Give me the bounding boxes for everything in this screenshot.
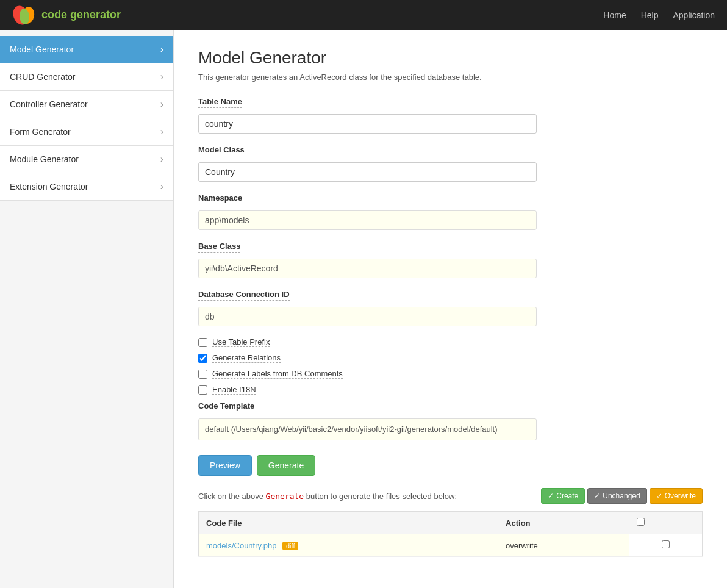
db-connection-label: Database Connection ID xyxy=(198,290,290,301)
nav-home[interactable]: Home xyxy=(603,10,626,20)
sidebar-item-extension-generator[interactable]: Extension Generator › xyxy=(0,173,173,201)
badge-overwrite: ✓ Overwrite xyxy=(650,488,703,504)
use-table-prefix-group: Use Table Prefix xyxy=(198,337,703,347)
status-prefix: Click on the above xyxy=(198,492,263,501)
file-link[interactable]: models/Country.php xyxy=(206,541,276,550)
model-class-group: Model Class xyxy=(198,145,703,182)
generate-button[interactable]: Generate xyxy=(257,455,315,476)
brand-text: code generator xyxy=(41,9,121,21)
sidebar-item-crud-generator[interactable]: CRUD Generator › xyxy=(0,63,173,91)
nav-help[interactable]: Help xyxy=(641,10,659,20)
sidebar-label-form-generator: Form Generator xyxy=(10,127,71,137)
badge-create: ✓ Create xyxy=(541,488,585,504)
row-checkbox-cell xyxy=(629,534,703,557)
preview-button[interactable]: Preview xyxy=(198,455,252,476)
page-title: Model Generator xyxy=(198,48,703,68)
sidebar-item-model-generator[interactable]: Model Generator › xyxy=(0,36,173,63)
table-name-group: Table Name xyxy=(198,96,703,134)
nav-links: Home Help Application xyxy=(603,10,715,20)
main-container: Model Generator › CRUD Generator › Contr… xyxy=(0,30,727,588)
generate-labels-checkbox[interactable] xyxy=(198,370,207,379)
table-name-label: Table Name xyxy=(198,97,242,108)
use-table-prefix-label[interactable]: Use Table Prefix xyxy=(212,337,270,347)
row-checkbox[interactable] xyxy=(662,540,670,548)
page-description: This generator generates an ActiveRecord… xyxy=(198,73,703,82)
model-class-label: Model Class xyxy=(198,145,245,156)
chevron-right-icon: › xyxy=(160,126,163,137)
status-text: Click on the above Generate button to ge… xyxy=(198,492,457,501)
sidebar-label-controller-generator: Controller Generator xyxy=(10,99,88,109)
namespace-group: Namespace xyxy=(198,193,703,230)
enable-i18n-group: Enable I18N xyxy=(198,385,703,395)
sidebar-item-form-generator[interactable]: Form Generator › xyxy=(0,118,173,146)
db-connection-input xyxy=(198,307,537,326)
sidebar-label-module-generator: Module Generator xyxy=(10,154,79,164)
col-header-action: Action xyxy=(498,512,629,534)
sidebar-item-module-generator[interactable]: Module Generator › xyxy=(0,146,173,173)
enable-i18n-label[interactable]: Enable I18N xyxy=(212,385,256,395)
checkmark-icon: ✓ xyxy=(548,492,554,500)
checkmark-icon: ✓ xyxy=(594,492,600,500)
sidebar: Model Generator › CRUD Generator › Contr… xyxy=(0,30,174,588)
action-buttons: Preview Generate xyxy=(198,455,703,476)
chevron-right-icon: › xyxy=(160,181,163,192)
generate-relations-group: Generate Relations xyxy=(198,353,703,363)
sidebar-label-model-generator: Model Generator xyxy=(10,45,74,54)
base-class-group: Base Class xyxy=(198,241,703,278)
model-class-input[interactable] xyxy=(198,162,537,182)
badge-unchanged: ✓ Unchanged xyxy=(587,488,646,504)
select-all-checkbox[interactable] xyxy=(637,518,645,526)
results-table: Code File Action models/Country.php diff… xyxy=(198,511,703,557)
sidebar-label-extension-generator: Extension Generator xyxy=(10,182,88,192)
diff-badge[interactable]: diff xyxy=(282,542,298,550)
status-badges: ✓ Create ✓ Unchanged ✓ Overwrite xyxy=(541,488,703,504)
status-keyword: Generate xyxy=(266,492,304,501)
code-template-group: Code Template default (/Users/qiang/Web/… xyxy=(198,401,703,440)
sidebar-label-crud-generator: CRUD Generator xyxy=(10,72,75,82)
action-cell: overwrite xyxy=(498,534,629,557)
namespace-input xyxy=(198,210,537,230)
checkmark-icon: ✓ xyxy=(656,492,662,500)
namespace-label: Namespace xyxy=(198,193,242,204)
brand: code generator xyxy=(12,4,121,26)
table-row: models/Country.php diff overwrite xyxy=(199,534,703,557)
table-name-input[interactable] xyxy=(198,114,537,134)
base-class-input xyxy=(198,259,537,278)
col-header-file: Code File xyxy=(199,512,499,534)
generate-relations-label[interactable]: Generate Relations xyxy=(212,353,281,363)
content-area: Model Generator This generator generates… xyxy=(174,30,727,588)
chevron-right-icon: › xyxy=(160,154,163,165)
enable-i18n-checkbox[interactable] xyxy=(198,385,207,395)
file-cell: models/Country.php diff xyxy=(199,534,499,557)
chevron-right-icon: › xyxy=(160,71,163,82)
base-class-label: Base Class xyxy=(198,242,240,253)
generate-labels-label[interactable]: Generate Labels from DB Comments xyxy=(212,369,343,379)
nav-application[interactable]: Application xyxy=(673,10,715,20)
db-connection-group: Database Connection ID xyxy=(198,289,703,326)
yii-logo-icon xyxy=(12,4,37,26)
use-table-prefix-checkbox[interactable] xyxy=(198,338,207,347)
sidebar-item-controller-generator[interactable]: Controller Generator › xyxy=(0,91,173,118)
status-suffix: button to generate the files selected be… xyxy=(306,492,457,501)
status-bar: Click on the above Generate button to ge… xyxy=(198,488,703,504)
chevron-right-icon: › xyxy=(160,44,163,55)
code-template-value: default (/Users/qiang/Web/yii/basic2/ven… xyxy=(198,418,537,440)
chevron-right-icon: › xyxy=(160,99,163,110)
generate-relations-checkbox[interactable] xyxy=(198,354,207,363)
generate-labels-group: Generate Labels from DB Comments xyxy=(198,369,703,379)
col-header-checkbox xyxy=(629,512,703,534)
navbar: code generator Home Help Application xyxy=(0,0,727,30)
code-template-label: Code Template xyxy=(198,401,254,412)
